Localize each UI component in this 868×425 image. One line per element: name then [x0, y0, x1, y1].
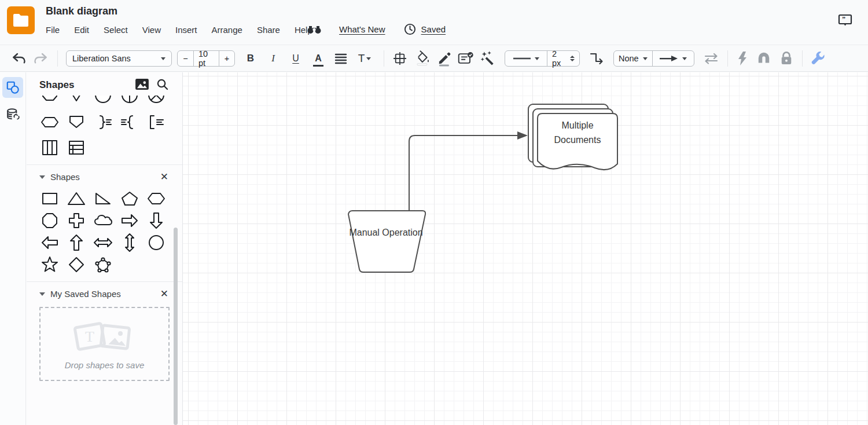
scratchpad-rail-icon[interactable] — [2, 104, 23, 125]
grid-size-icon[interactable] — [391, 50, 409, 67]
shapes-section-header[interactable]: Shapes ✕ — [27, 165, 182, 185]
palette-scrollbar[interactable] — [174, 228, 178, 425]
lock-icon[interactable] — [778, 50, 795, 67]
whats-new-link[interactable]: What's New — [339, 24, 385, 34]
text-align-icon[interactable] — [332, 50, 350, 67]
auto-style-icon[interactable] — [479, 50, 496, 67]
left-rail — [0, 72, 26, 425]
drawio-logo-icon[interactable] — [7, 6, 35, 34]
line-width-stepper[interactable]: 2 px — [547, 51, 579, 66]
font-size-decrease-button[interactable]: − — [178, 51, 193, 66]
connector-icon[interactable] — [587, 50, 606, 67]
palette-row-2 — [27, 111, 182, 133]
swap-icon[interactable] — [703, 50, 720, 67]
multiple-documents-label[interactable]: Multiple Documents — [537, 118, 618, 147]
bold-button[interactable]: B — [242, 50, 259, 67]
merge-shape[interactable] — [63, 96, 90, 106]
off-page-connector-shape[interactable] — [63, 111, 90, 133]
or-junction-shape[interactable] — [116, 96, 143, 106]
menu-arrange[interactable]: Arrange — [212, 25, 242, 35]
vertical-container-shape[interactable] — [36, 137, 63, 159]
double-arrow-horizontal-shape[interactable] — [90, 232, 116, 254]
drop-hint-text: Drop shapes to save — [65, 360, 145, 370]
hexagon-shape[interactable] — [143, 188, 170, 210]
magnet-icon[interactable] — [755, 50, 773, 67]
shapes-rail-icon[interactable] — [2, 77, 23, 98]
main-toolbar: Liberation Sans − 10 pt + B I U A T — [0, 46, 868, 72]
undo-icon[interactable] — [10, 50, 28, 67]
menu-insert[interactable]: Insert — [175, 25, 197, 35]
workspace: Shapes Shapes — [0, 72, 868, 425]
diamond-shape[interactable] — [63, 254, 90, 276]
font-family-select[interactable]: Liberation Sans — [66, 50, 172, 67]
font-size-value[interactable]: 10 pt — [193, 51, 219, 66]
redo-icon[interactable] — [32, 50, 49, 67]
connector-edge[interactable] — [409, 131, 528, 211]
italic-button[interactable]: I — [264, 50, 282, 67]
delay-shape[interactable] — [90, 96, 116, 106]
menu-file[interactable]: File — [46, 25, 60, 35]
feedback-icon[interactable]: ” — [838, 14, 852, 30]
edit-style-icon[interactable] — [457, 50, 475, 67]
app-header: Blank diagram FileEditSelectViewInsertAr… — [0, 0, 868, 45]
chevron-down-icon — [161, 57, 165, 60]
block-arrow-left-shape[interactable] — [36, 232, 63, 254]
saved-shapes-dropzone[interactable]: T Drop shapes to save — [39, 307, 170, 381]
line-color-icon[interactable] — [435, 50, 453, 67]
octagon-shape[interactable] — [36, 210, 63, 232]
drop-placeholder-graphic: T — [68, 318, 141, 354]
pentagon-shape[interactable] — [116, 188, 143, 210]
close-icon[interactable]: ✕ — [160, 289, 168, 299]
hexagon-wide-shape[interactable] — [36, 111, 63, 133]
shapes-palette: Shapes Shapes — [27, 72, 183, 425]
menu-edit[interactable]: Edit — [74, 25, 89, 35]
chevron-down-icon — [39, 292, 45, 296]
edge-style-group: None — [613, 50, 694, 67]
underline-button[interactable]: U — [287, 50, 304, 67]
square-shape[interactable] — [36, 188, 63, 210]
menubar: FileEditSelectViewInsertArrangeShareHelp — [46, 22, 327, 37]
svg-text:T: T — [85, 328, 94, 345]
bracket-shape[interactable] — [143, 111, 170, 133]
star-shape[interactable] — [36, 254, 63, 276]
circle-shape[interactable] — [143, 232, 170, 254]
block-arrow-down-shape[interactable] — [143, 210, 170, 232]
menu-view[interactable]: View — [142, 25, 161, 35]
manual-operation-shape[interactable] — [348, 211, 425, 272]
font-size-increase-button[interactable]: + — [219, 51, 234, 66]
saved-status-link[interactable]: Saved — [421, 24, 446, 34]
diagram-canvas[interactable]: Manual Operation Multiple Documents — [183, 72, 868, 425]
font-color-button[interactable]: A — [310, 50, 327, 67]
format-wrench-icon[interactable] — [810, 50, 827, 67]
triangle-shape[interactable] — [63, 188, 90, 210]
shapes-grid — [36, 188, 175, 276]
fill-color-icon[interactable] — [413, 50, 431, 67]
arrow-style-icon[interactable] — [652, 51, 694, 66]
brace-right-shape[interactable] — [90, 111, 116, 133]
close-icon[interactable]: ✕ — [160, 172, 168, 182]
waypoints-select[interactable]: None — [614, 51, 652, 66]
horizontal-table-shape[interactable] — [63, 137, 90, 159]
brace-left-shape[interactable] — [116, 111, 143, 133]
cross-shape[interactable] — [63, 210, 90, 232]
binoculars-icon[interactable] — [307, 23, 322, 35]
right-triangle-shape[interactable] — [90, 188, 116, 210]
manual-operation-label[interactable]: Manual Operation — [348, 225, 424, 240]
menu-share[interactable]: Share — [257, 25, 280, 35]
text-format-icon[interactable]: T — [354, 50, 376, 67]
menu-select[interactable]: Select — [104, 25, 128, 35]
pentagon-nodes-shape[interactable] — [90, 254, 116, 276]
double-arrow-vertical-shape[interactable] — [116, 232, 143, 254]
saved-shapes-section-header[interactable]: My Saved Shapes ✕ — [27, 282, 182, 302]
palette-title: Shapes — [39, 79, 135, 91]
search-icon[interactable] — [156, 78, 168, 93]
block-arrow-up-shape[interactable] — [63, 232, 90, 254]
flash-icon[interactable] — [734, 50, 751, 67]
palette-row-3 — [27, 137, 182, 159]
summing-junction-shape[interactable] — [143, 96, 170, 106]
image-icon[interactable] — [135, 79, 149, 92]
line-style-icon[interactable] — [505, 51, 547, 66]
cloud-shape[interactable] — [90, 210, 116, 232]
loop-limit-shape[interactable] — [36, 96, 63, 106]
block-arrow-right-shape[interactable] — [116, 210, 143, 232]
